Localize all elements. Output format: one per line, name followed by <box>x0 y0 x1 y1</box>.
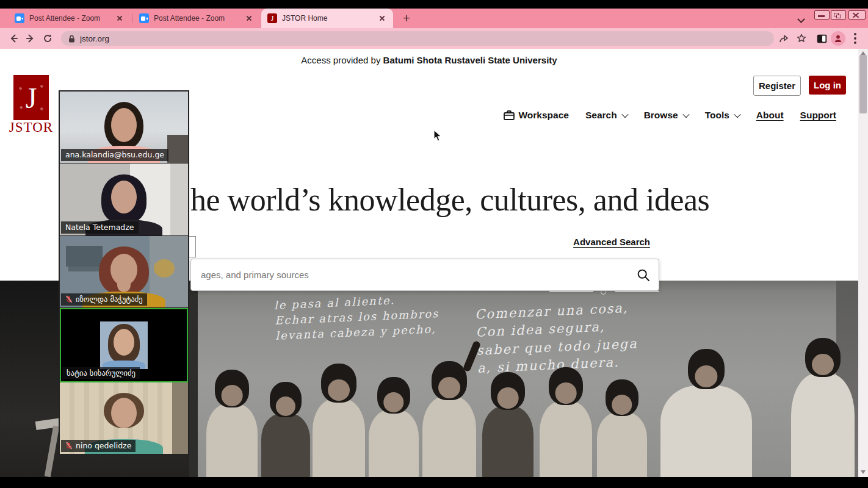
participant-name-label: ana.kalandia@bsu.edu.ge <box>61 149 168 161</box>
browser-tab-strip: Post Attendee - Zoom Post Attendee - Zoo… <box>0 9 868 28</box>
access-institution: Batumi Shota Rustaveli State University <box>383 55 557 65</box>
access-banner: Access provided by Batumi Shota Rustavel… <box>0 55 858 65</box>
nav-search[interactable]: Search <box>585 110 627 121</box>
tab-close-icon[interactable] <box>115 13 125 23</box>
nav-about[interactable]: About <box>756 110 784 121</box>
browser-address-bar: jstor.org <box>0 28 868 49</box>
page-scrollbar[interactable] <box>858 49 868 477</box>
tab-jstor-active[interactable]: J JSTOR Home <box>261 9 393 28</box>
video-tile-khatia-active-speaker[interactable]: ხატია სიხარულიძე <box>60 308 188 382</box>
participant-name-label: იზოლდა მაჭუტაძე <box>61 293 147 306</box>
child-in-blanket <box>791 338 855 477</box>
access-prefix: Access provided by <box>301 55 383 65</box>
mic-muted-icon <box>65 295 73 303</box>
chevron-down-icon <box>682 111 689 118</box>
tab-title: Post Attendee - Zoom <box>154 14 239 23</box>
mic-muted-icon <box>65 442 73 450</box>
tab-separator <box>132 13 132 23</box>
nav-workspace[interactable]: Workspace <box>504 110 569 121</box>
nav-tools[interactable]: Tools <box>705 110 740 121</box>
chevron-down-icon <box>621 111 628 118</box>
main-navigation: Workspace Search Browse Tools About Supp… <box>504 110 836 121</box>
tab-title: JSTOR Home <box>282 14 372 23</box>
letterbox-bottom <box>0 477 868 488</box>
participant-name-label: ხატია სიხარულიძე <box>62 367 140 379</box>
chevron-down-icon <box>734 111 740 118</box>
zoom-favicon <box>15 13 24 23</box>
new-tab-button[interactable]: + <box>399 10 414 26</box>
chalk-text-left: le pasa al aliente. Echar atras los homb… <box>273 290 439 343</box>
tab-zoom-2[interactable]: Post Attendee - Zoom <box>133 9 260 28</box>
video-tile-nino[interactable]: nino qedelidze <box>60 382 188 454</box>
back-icon[interactable] <box>6 31 21 46</box>
child-silhouette <box>313 364 365 477</box>
tab-close-icon[interactable] <box>377 13 387 23</box>
tab-zoom-1[interactable]: Post Attendee - Zoom <box>9 9 131 28</box>
zoom-participants-panel: ana.kalandia@bsu.edu.ge Natela Tetemadze… <box>59 90 189 455</box>
child-silhouette <box>540 367 592 477</box>
scrollbar-thumb[interactable] <box>859 55 867 113</box>
child-silhouette <box>261 382 310 477</box>
child-in-blanket <box>660 349 752 477</box>
bookmark-star-icon[interactable] <box>794 31 809 46</box>
profile-avatar[interactable] <box>831 31 845 46</box>
share-icon[interactable] <box>776 31 791 46</box>
briefcase-icon <box>504 110 515 120</box>
child-silhouette-raised-hand <box>422 361 476 477</box>
restore-button[interactable] <box>831 10 846 20</box>
register-button[interactable]: Register <box>753 76 801 96</box>
chalkboard-edge <box>189 281 198 477</box>
jstor-wordmark[interactable]: JSTOR <box>9 120 54 135</box>
participant-name-label: nino qedelidze <box>61 440 136 452</box>
child-silhouette <box>482 372 533 477</box>
video-tile-ana[interactable]: ana.kalandia@bsu.edu.ge <box>60 92 188 163</box>
jstor-logo[interactable]: J <box>13 75 49 120</box>
reload-icon[interactable] <box>40 31 55 46</box>
child-silhouette <box>369 377 419 477</box>
tab-search-chevron-icon[interactable] <box>798 15 805 21</box>
tab-close-icon[interactable] <box>244 13 254 23</box>
participant-name-label: Natela Tetemadze <box>61 221 139 234</box>
chalk-text-right: Comenzar una cosa, Con idea segura, sabe… <box>475 299 639 378</box>
search-input[interactable] <box>191 259 659 290</box>
search-bar <box>190 259 659 291</box>
lock-icon <box>68 35 75 43</box>
zoom-favicon <box>139 13 149 23</box>
search-icon[interactable] <box>637 268 650 284</box>
child-silhouette <box>597 379 647 477</box>
url-omnibox[interactable]: jstor.org <box>61 31 774 46</box>
video-tile-izolda[interactable]: იზოლდა მაჭუტაძე <box>60 236 188 308</box>
profile-photo <box>100 321 148 369</box>
nav-browse[interactable]: Browse <box>644 110 689 121</box>
child-silhouette <box>206 370 258 477</box>
letterbox-top <box>0 0 868 9</box>
person-icon <box>834 34 842 43</box>
jstor-favicon: J <box>267 13 277 23</box>
hero-heading: he world’s knowledge, cultures, and idea… <box>190 182 709 218</box>
url-text: jstor.org <box>80 34 109 43</box>
minimize-button[interactable] <box>814 10 830 20</box>
close-button[interactable] <box>848 10 866 20</box>
mouse-cursor <box>433 129 443 145</box>
scroll-down-icon[interactable] <box>861 470 866 474</box>
login-button[interactable]: Log in <box>809 76 846 95</box>
tab-title: Post Attendee - Zoom <box>29 14 110 23</box>
browser-menu-kebab-icon[interactable] <box>854 33 856 44</box>
screen: Post Attendee - Zoom Post Attendee - Zoo… <box>0 0 868 488</box>
forward-icon[interactable] <box>23 31 38 46</box>
side-panel-icon[interactable] <box>814 31 829 46</box>
video-tile-natela[interactable]: Natela Tetemadze <box>60 163 188 235</box>
advanced-search-link[interactable]: Advanced Search <box>573 237 650 247</box>
nav-support[interactable]: Support <box>800 110 836 121</box>
